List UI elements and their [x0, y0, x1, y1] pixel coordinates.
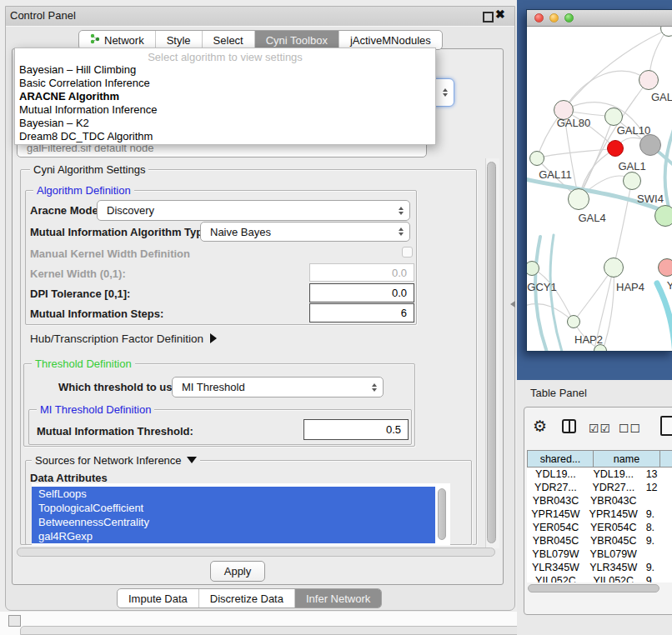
network-node-salmon-node[interactable]	[658, 258, 672, 277]
column-header-partial[interactable]	[659, 450, 672, 468]
network-node-label: GCY1	[527, 281, 556, 293]
close-icon[interactable]: ✖	[495, 8, 505, 21]
attribute-list-item[interactable]: SelfLoops	[32, 487, 435, 501]
settings-gear-icon[interactable]: ⚙	[533, 417, 547, 436]
split-columns-icon[interactable]	[562, 419, 576, 433]
network-window-titlebar[interactable]	[527, 10, 672, 27]
combo-spinner-icon	[399, 207, 404, 215]
cell-shared-name: YLR345W	[527, 561, 584, 574]
float-window-icon[interactable]	[483, 12, 494, 22]
column-header-shared-name[interactable]: shared...	[527, 450, 594, 468]
combo-spinner-icon	[443, 88, 448, 97]
tab-label: Discretize Data	[210, 592, 283, 605]
mac-close-icon[interactable]	[534, 13, 544, 22]
dpi-tolerance-value: 0.0	[392, 287, 407, 299]
network-node-GAL1[interactable]	[623, 172, 641, 190]
attribute-list-item[interactable]: TopologicalCoefficient	[32, 501, 435, 515]
tab-select[interactable]: Select	[202, 31, 254, 49]
mi-threshold-field[interactable]: 0.5	[303, 419, 409, 440]
tab-style[interactable]: Style	[155, 31, 202, 49]
tab-label: Select	[213, 34, 243, 47]
select-all-columns-icon[interactable]: ☑☑	[589, 422, 611, 435]
mi-steps-label: Mutual Information Steps:	[30, 308, 163, 320]
network-node-pink-top[interactable]	[639, 70, 659, 90]
table-panel-title: Table Panel	[530, 387, 587, 399]
cell-shared-name: YER054C	[527, 521, 584, 534]
tab-network[interactable]: Network	[79, 31, 155, 49]
splitter-collapse-icon[interactable]	[510, 301, 515, 308]
mi-steps-field[interactable]: 6	[309, 303, 414, 322]
network-node-HAP4[interactable]	[604, 258, 624, 278]
cyni-bottom-tabbar: Impute DataDiscretize DataInfer Network	[117, 588, 382, 608]
collapsed-panel-icon[interactable]	[8, 615, 21, 627]
kernel-width-field[interactable]: 0.0	[309, 263, 414, 282]
table-row[interactable]: YBR045CYBR045C9.	[527, 534, 672, 548]
table-row[interactable]: YBL079WYBL079W	[527, 548, 672, 561]
control-panel-titlebar[interactable]	[6, 7, 514, 27]
cell-value: 9.	[643, 508, 672, 521]
network-canvas[interactable]: GALGAL80GAL10GAL1SWI4GAL11GAL4GCY1HAP4YH…	[527, 27, 672, 351]
network-node-red-node[interactable]	[607, 140, 624, 157]
tab-label: Impute Data	[128, 592, 188, 605]
table-row[interactable]: YIL052CYIL052C9.	[527, 574, 672, 582]
network-node-label: SWI4	[637, 192, 664, 205]
tab-discretize-data[interactable]: Discretize Data	[198, 589, 294, 608]
algorithm-dropdown-placeholder: Select algorithm to view settings	[15, 51, 435, 63]
cyni-settings-title: Cyni Algorithm Settings	[30, 163, 148, 176]
settings-vscroll-thumb[interactable]	[487, 162, 496, 543]
algorithm-option[interactable]: Mutual Information Inference	[15, 103, 435, 117]
mac-minimize-icon[interactable]	[549, 13, 559, 22]
cell-name: YLR345W	[584, 561, 643, 574]
algorithm-option[interactable]: Bayesian – Hill Climbing	[15, 63, 435, 77]
algorithm-definition-title: Algorithm Definition	[33, 184, 134, 197]
network-node-label: Y	[667, 279, 672, 292]
network-node-label: GAL4	[578, 212, 605, 224]
table-row[interactable]: YLR345WYLR345W9.	[527, 561, 672, 574]
algorithm-option[interactable]: ARACNE Algorithm	[15, 90, 435, 103]
dpi-tolerance-field[interactable]: 0.0	[309, 283, 414, 302]
network-node-HAP2[interactable]	[567, 315, 580, 328]
which-threshold-combo[interactable]: MI Threshold	[172, 377, 384, 398]
tab-cyni-toolbox[interactable]: Cyni Toolbox	[254, 31, 339, 49]
algorithm-option[interactable]: Basic Correlation Inference	[15, 77, 435, 90]
hub-definition-disclosure[interactable]: Hub/Transcription Factor Definition	[30, 332, 217, 345]
deselect-all-columns-icon[interactable]: ☐☐	[619, 422, 641, 435]
apply-button-label: Apply	[224, 565, 252, 578]
algorithm-option[interactable]: Bayesian – K2	[15, 117, 435, 130]
network-node-label: GAL80	[557, 117, 590, 129]
mac-zoom-icon[interactable]	[564, 13, 574, 22]
attribute-list-scrollbar[interactable]	[438, 488, 446, 540]
attribute-list-item[interactable]: BetweennessCentrality	[32, 515, 435, 529]
algorithm-option[interactable]: Dream8 DC_TDC Algorithm	[15, 130, 435, 143]
tab-jactivemnodules[interactable]: jActiveMNodules	[339, 31, 442, 49]
tab-infer-network[interactable]: Infer Network	[294, 589, 381, 608]
network-node-GAL4[interactable]	[568, 188, 589, 210]
column-header-name[interactable]: name	[593, 450, 660, 468]
mi-threshold-label: Mutual Information Threshold:	[37, 425, 193, 438]
table-row[interactable]: YPR145WYPR145W9.	[527, 508, 672, 521]
table-row[interactable]: YER054CYER054C8.	[527, 521, 672, 534]
attribute-list-item[interactable]: gal4RGexp	[32, 529, 435, 543]
cell-shared-name: YDR27...	[527, 481, 584, 494]
table-row[interactable]: YDL19...YDL19...13	[527, 468, 672, 481]
network-node-GAL10[interactable]	[604, 108, 623, 126]
tab-impute-data[interactable]: Impute Data	[118, 589, 198, 608]
cell-name: YBR045C	[584, 534, 643, 548]
cell-shared-name: YBL079W	[527, 548, 584, 561]
import-table-icon[interactable]	[660, 416, 672, 436]
disclosure-right-icon	[210, 333, 217, 343]
table-hscroll-thumb[interactable]	[528, 584, 659, 592]
network-node-SWI4[interactable]	[654, 205, 672, 227]
settings-hscroll-thumb[interactable]	[17, 548, 495, 557]
apply-button[interactable]: Apply	[210, 561, 265, 582]
sources-disclosure[interactable]: Sources for Network Inference	[32, 454, 200, 467]
aracne-mode-combo[interactable]: Discovery	[97, 200, 410, 221]
mi-type-combo[interactable]: Naive Bayes	[200, 222, 410, 242]
manual-kernel-checkbox[interactable]	[402, 247, 413, 258]
which-threshold-value: MI Threshold	[182, 381, 245, 393]
table-row[interactable]: YDR27...YDR27...12	[527, 481, 672, 494]
network-node-GAL11[interactable]	[529, 151, 544, 166]
network-node-gray-node[interactable]	[639, 134, 661, 156]
table-row[interactable]: YBR043CYBR043C	[527, 494, 672, 508]
tab-label: Network	[104, 34, 144, 47]
